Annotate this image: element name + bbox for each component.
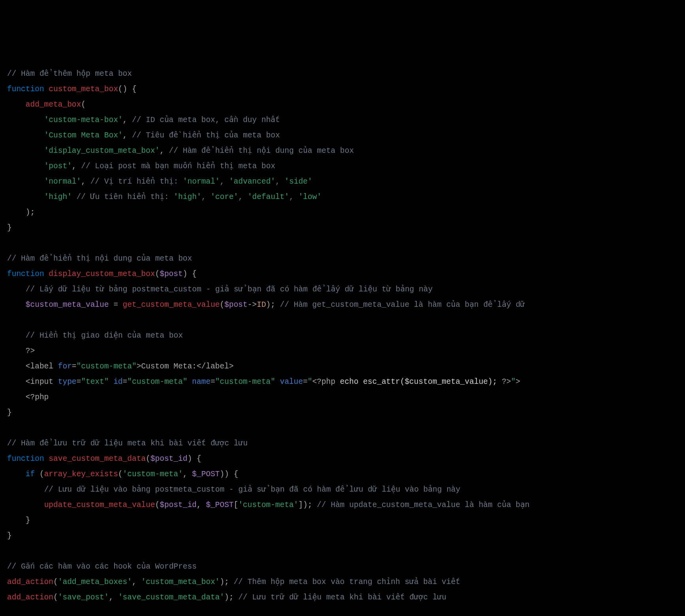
code-punct: } <box>7 223 12 232</box>
code-php-open: <?php <box>26 393 49 402</box>
code-string: "custom-meta" <box>77 362 137 371</box>
code-string: 'display_custom_meta_box' <box>44 146 160 155</box>
code-string: 'add_meta_boxes' <box>58 578 132 586</box>
code-block: // Hàm để thêm hộp meta box function cus… <box>7 66 678 605</box>
code-punct: ); <box>26 208 35 217</box>
code-func: save_custom_meta_data <box>49 454 146 463</box>
code-string: 'custom_meta_box' <box>141 578 220 586</box>
code-punct: , <box>132 578 141 586</box>
code-punct: () { <box>118 85 137 94</box>
code-comment: , <box>238 193 247 201</box>
code-text: echo esc_attr($custom_meta_value); <box>335 377 502 386</box>
code-string: "custom-meta" <box>215 377 275 386</box>
code-punct: , <box>197 501 206 509</box>
code-comment: // ID của meta box, cần duy nhất <box>127 116 280 124</box>
code-comment: // Hàm update_custom_meta_value là hàm c… <box>312 501 529 509</box>
code-punct: = <box>72 362 77 371</box>
code-string: 'high' <box>44 193 72 201</box>
code-comment: // Hàm get_custom_meta_value là hàm của … <box>275 300 530 309</box>
code-punct: ) { <box>183 270 197 278</box>
code-punct: = <box>77 377 81 386</box>
code-comment: , <box>289 193 298 201</box>
code-punct: ( <box>155 270 160 278</box>
code-tag: >Custom Meta:</label> <box>137 362 234 371</box>
code-punct: } <box>7 408 12 417</box>
code-punct: ( <box>220 300 224 309</box>
code-comment: // Ưu tiên hiển thị: <box>72 193 174 201</box>
code-keyword: function <box>7 454 44 463</box>
code-func: update_custom_meta_value <box>44 501 155 509</box>
code-tag: <input <box>26 377 58 386</box>
code-string: 'custom-meta' <box>123 470 183 479</box>
code-punct: = <box>303 377 308 386</box>
code-func: get_custom_meta_value <box>123 300 220 309</box>
code-string: 'core' <box>211 193 238 201</box>
code-prop: ID <box>257 300 266 309</box>
code-punct: ( <box>81 100 86 109</box>
code-func: array_key_exists <box>44 470 118 479</box>
code-var: $post_id <box>151 454 188 463</box>
code-tag: > <box>516 377 520 386</box>
code-punct: } <box>7 531 12 540</box>
code-punct: ( <box>53 593 58 602</box>
code-var: $_POST <box>192 470 220 479</box>
code-func: add_meta_box <box>26 100 81 109</box>
code-punct: , <box>81 177 86 186</box>
code-comment: , <box>201 193 211 201</box>
code-string: 'custom-meta-box' <box>44 116 123 124</box>
code-attr: id <box>113 377 122 386</box>
code-attr: for <box>58 362 72 371</box>
code-string: 'normal' <box>44 177 81 186</box>
code-string: " <box>308 377 312 386</box>
code-punct: -> <box>248 300 257 309</box>
code-string: 'high' <box>173 193 201 201</box>
code-punct: ); <box>266 300 275 309</box>
code-comment: // Hàm để thêm hộp meta box <box>7 69 132 78</box>
code-php-open: <?php <box>312 377 335 386</box>
code-text: ?> <box>26 347 35 355</box>
code-string: 'low' <box>298 193 322 201</box>
code-punct: ( <box>155 501 160 509</box>
code-punct: = <box>109 300 122 309</box>
code-string: 'save_post' <box>58 593 109 602</box>
code-comment: , <box>220 177 229 186</box>
code-punct: ( <box>146 454 151 463</box>
code-keyword: if <box>26 470 35 479</box>
code-punct: = <box>123 377 128 386</box>
code-comment: // Loại post mà bạn muốn hiển thị meta b… <box>77 162 275 171</box>
code-punct: , <box>72 162 77 171</box>
code-comment: // Hiển thị giao diện của meta box <box>26 331 183 340</box>
code-comment: // Hàm để hiển thị nội dung của meta box <box>7 254 192 263</box>
code-punct: [ <box>233 501 238 509</box>
code-php-close: ?> <box>502 377 511 386</box>
code-punct: ( <box>53 578 58 586</box>
code-punct: ) { <box>187 454 201 463</box>
code-punct: } <box>26 516 30 525</box>
code-func: add_action <box>7 578 53 586</box>
code-func: display_custom_meta_box <box>49 270 155 278</box>
code-keyword: function <box>7 85 44 94</box>
code-punct: = <box>211 377 215 386</box>
code-comment: // Tiêu đề hiển thị của meta box <box>127 131 280 140</box>
code-comment: // Hàm để lưu trữ dữ liệu meta khi bài v… <box>7 439 248 448</box>
code-punct: , <box>160 146 164 155</box>
code-string: " <box>511 377 516 386</box>
code-string: 'default' <box>248 193 289 201</box>
code-string: 'Custom Meta Box' <box>44 131 123 140</box>
code-comment: , <box>275 177 284 186</box>
code-comment: // Lưu dữ liệu vào bảng postmeta_custom … <box>44 485 461 494</box>
code-var: $_POST <box>206 501 233 509</box>
code-comment: // Lưu trữ dữ liệu meta khi bài viết đượ… <box>233 593 446 602</box>
code-comment: // Lấy dữ liệu từ bảng postmeta_custom -… <box>26 285 433 294</box>
code-tag <box>109 377 113 386</box>
code-string: 'side' <box>284 177 312 186</box>
code-string: 'post' <box>44 162 72 171</box>
code-var: $post <box>160 270 183 278</box>
code-punct: ); <box>220 578 229 586</box>
code-tag <box>187 377 192 386</box>
code-tag: <label <box>26 362 58 371</box>
code-keyword: function <box>7 270 44 278</box>
code-func: custom_meta_box <box>49 85 118 94</box>
code-attr: value <box>280 377 303 386</box>
code-string: 'save_custom_meta_data' <box>118 593 224 602</box>
